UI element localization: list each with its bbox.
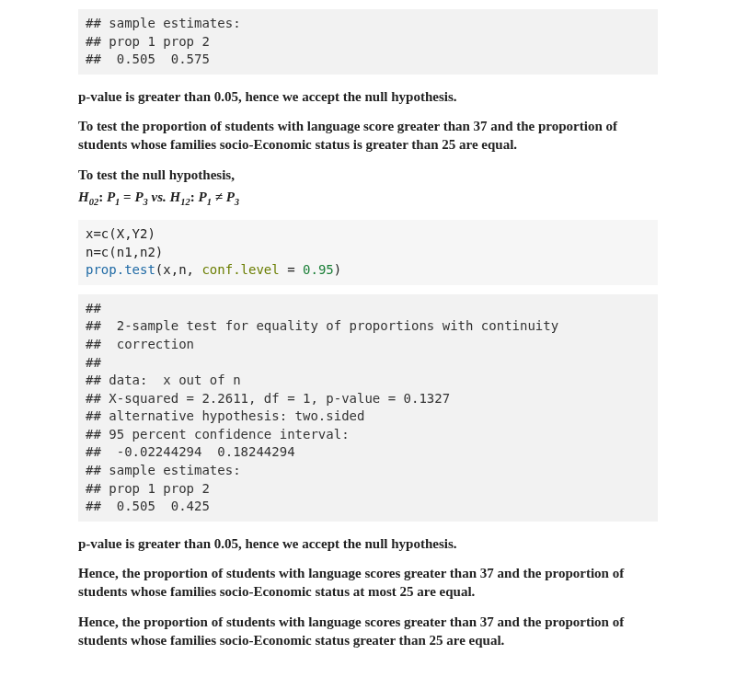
output-line: ## sample estimates: (86, 463, 241, 477)
code-line: prop.test(x,n, conf.level = 0.95) (86, 262, 341, 277)
paragraph-null-hyp-intro: To test the null hypothesis, (78, 166, 658, 184)
hypothesis-line: H02: P1 = P3 vs. H12: P1 ≠ P3 (78, 188, 658, 209)
output-line: ## 2-sample test for equality of proport… (86, 318, 558, 333)
output-line: ## X-squared = 2.2611, df = 1, p-value =… (86, 391, 450, 406)
output-line: ## 0.505 0.425 (86, 499, 210, 513)
code-line: x=c(X,Y2) (86, 226, 155, 241)
output-line: ## data: x out of n (86, 373, 241, 387)
code-line: n=c(n1,n2) (86, 245, 163, 259)
r-code-block: x=c(X,Y2) n=c(n1,n2) prop.test(x,n, conf… (78, 220, 658, 285)
paragraph-test-description: To test the proportion of students with … (78, 117, 658, 155)
output-line: ## -0.02244294 0.18244294 (86, 444, 295, 459)
output-line: ## 95 percent confidence interval: (86, 427, 350, 442)
output-line: ## (86, 301, 101, 316)
paragraph-conclusion-1: p-value is greater than 0.05, hence we a… (78, 87, 658, 106)
paragraph-conclusion-3: Hence, the proportion of students with l… (78, 564, 658, 602)
paragraph-conclusion-4: Hence, the proportion of students with l… (78, 613, 658, 650)
output-line: ## prop 1 prop 2 (86, 34, 210, 49)
paragraph-conclusion-2: p-value is greater than 0.05, hence we a… (78, 534, 658, 553)
output-line: ## prop 1 prop 2 (86, 481, 210, 496)
r-output-block-1: ## sample estimates: ## prop 1 prop 2 ##… (78, 9, 658, 75)
output-line: ## 0.505 0.575 (86, 52, 210, 66)
output-line: ## sample estimates: (86, 16, 241, 30)
output-line: ## alternative hypothesis: two.sided (86, 408, 364, 423)
output-line: ## (86, 355, 101, 370)
r-output-block-2: ## ## 2-sample test for equality of prop… (78, 294, 658, 522)
output-line: ## correction (86, 337, 194, 351)
